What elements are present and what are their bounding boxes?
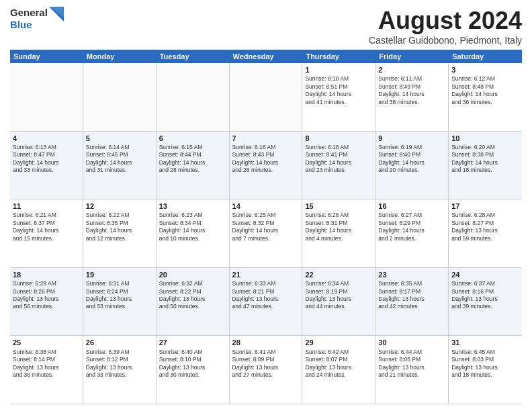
day-number-20: 20: [159, 270, 226, 279]
day-info-30: Sunrise: 6:44 AM Sunset: 8:05 PM Dayligh…: [378, 349, 445, 379]
day-number-21: 21: [232, 270, 300, 279]
day-info-12: Sunrise: 6:22 AM Sunset: 8:35 PM Dayligh…: [86, 212, 153, 242]
day-info-5: Sunrise: 6:14 AM Sunset: 8:45 PM Dayligh…: [86, 144, 153, 175]
day-info-17: Sunrise: 6:28 AM Sunset: 8:27 PM Dayligh…: [451, 212, 519, 242]
day-cell-29: 29Sunrise: 6:42 AM Sunset: 8:07 PM Dayli…: [302, 336, 375, 404]
day-info-22: Sunrise: 6:34 AM Sunset: 8:19 PM Dayligh…: [305, 280, 372, 311]
day-info-21: Sunrise: 6:33 AM Sunset: 8:21 PM Dayligh…: [232, 280, 300, 311]
day-cell-23: 23Sunrise: 6:35 AM Sunset: 8:17 PM Dayli…: [375, 268, 449, 336]
day-cell-5: 5Sunrise: 6:14 AM Sunset: 8:45 PM Daylig…: [83, 132, 157, 199]
location-title: Castellar Guidobono, Piedmont, Italy: [369, 35, 522, 46]
day-number-24: 24: [451, 270, 519, 279]
day-info-7: Sunrise: 6:16 AM Sunset: 8:43 PM Dayligh…: [232, 144, 300, 175]
day-cell-7: 7Sunrise: 6:16 AM Sunset: 8:43 PM Daylig…: [230, 132, 303, 199]
day-number-14: 14: [232, 201, 300, 211]
day-info-26: Sunrise: 6:39 AM Sunset: 8:12 PM Dayligh…: [86, 349, 153, 379]
week-row-3: 11Sunrise: 6:21 AM Sunset: 8:37 PM Dayli…: [10, 199, 522, 268]
day-cell-26: 26Sunrise: 6:39 AM Sunset: 8:12 PM Dayli…: [83, 336, 157, 404]
day-cell-1: 1Sunrise: 6:10 AM Sunset: 8:51 PM Daylig…: [302, 63, 375, 131]
calendar-header: Sunday Monday Tuesday Wednesday Thursday…: [10, 50, 522, 63]
day-number-8: 8: [305, 134, 372, 143]
day-number-11: 11: [13, 201, 80, 211]
day-number-7: 7: [232, 134, 300, 143]
day-number-4: 4: [13, 134, 80, 143]
day-number-29: 29: [305, 338, 372, 347]
day-info-18: Sunrise: 6:29 AM Sunset: 8:26 PM Dayligh…: [13, 280, 80, 311]
day-number-10: 10: [451, 134, 519, 143]
day-info-27: Sunrise: 6:40 AM Sunset: 8:10 PM Dayligh…: [159, 349, 226, 379]
day-cell-25: 25Sunrise: 6:38 AM Sunset: 8:14 PM Dayli…: [10, 336, 83, 404]
day-number-2: 2: [378, 65, 445, 75]
header-tuesday: Tuesday: [157, 50, 230, 63]
day-info-28: Sunrise: 6:41 AM Sunset: 8:09 PM Dayligh…: [232, 349, 300, 379]
day-cell-9: 9Sunrise: 6:19 AM Sunset: 8:40 PM Daylig…: [375, 132, 449, 199]
day-info-3: Sunrise: 6:12 AM Sunset: 8:48 PM Dayligh…: [451, 75, 519, 106]
day-info-9: Sunrise: 6:19 AM Sunset: 8:40 PM Dayligh…: [378, 144, 445, 175]
day-info-15: Sunrise: 6:26 AM Sunset: 8:31 PM Dayligh…: [305, 212, 372, 242]
day-cell-17: 17Sunrise: 6:28 AM Sunset: 8:27 PM Dayli…: [449, 199, 522, 267]
day-cell-3: 3Sunrise: 6:12 AM Sunset: 8:48 PM Daylig…: [449, 63, 522, 131]
day-info-11: Sunrise: 6:21 AM Sunset: 8:37 PM Dayligh…: [13, 212, 80, 242]
day-cell-31: 31Sunrise: 6:45 AM Sunset: 8:03 PM Dayli…: [449, 336, 522, 404]
day-number-15: 15: [305, 201, 372, 211]
empty-cell: [157, 63, 230, 131]
header-sunday: Sunday: [10, 50, 83, 63]
day-cell-24: 24Sunrise: 6:37 AM Sunset: 8:16 PM Dayli…: [449, 268, 522, 336]
week-row-2: 4Sunrise: 6:13 AM Sunset: 8:47 PM Daylig…: [10, 132, 522, 200]
calendar-body: 1Sunrise: 6:10 AM Sunset: 8:51 PM Daylig…: [10, 63, 522, 404]
day-info-29: Sunrise: 6:42 AM Sunset: 8:07 PM Dayligh…: [305, 349, 372, 379]
empty-cell: [230, 63, 303, 131]
day-info-31: Sunrise: 6:45 AM Sunset: 8:03 PM Dayligh…: [451, 349, 519, 379]
day-number-9: 9: [378, 134, 445, 143]
day-info-1: Sunrise: 6:10 AM Sunset: 8:51 PM Dayligh…: [305, 75, 372, 106]
day-cell-28: 28Sunrise: 6:41 AM Sunset: 8:09 PM Dayli…: [230, 336, 303, 404]
day-cell-18: 18Sunrise: 6:29 AM Sunset: 8:26 PM Dayli…: [10, 268, 83, 336]
day-info-24: Sunrise: 6:37 AM Sunset: 8:16 PM Dayligh…: [451, 280, 519, 311]
day-cell-22: 22Sunrise: 6:34 AM Sunset: 8:19 PM Dayli…: [302, 268, 375, 336]
day-number-13: 13: [159, 201, 226, 211]
day-cell-11: 11Sunrise: 6:21 AM Sunset: 8:37 PM Dayli…: [10, 199, 83, 267]
header-monday: Monday: [83, 50, 157, 63]
day-cell-14: 14Sunrise: 6:25 AM Sunset: 8:32 PM Dayli…: [230, 199, 303, 267]
day-info-14: Sunrise: 6:25 AM Sunset: 8:32 PM Dayligh…: [232, 212, 300, 242]
day-number-27: 27: [159, 338, 226, 347]
day-cell-20: 20Sunrise: 6:32 AM Sunset: 8:22 PM Dayli…: [157, 268, 230, 336]
day-cell-13: 13Sunrise: 6:23 AM Sunset: 8:34 PM Dayli…: [157, 199, 230, 267]
day-cell-2: 2Sunrise: 6:11 AM Sunset: 8:49 PM Daylig…: [375, 63, 449, 131]
header-wednesday: Wednesday: [230, 50, 303, 63]
day-number-1: 1: [305, 65, 372, 75]
day-number-28: 28: [232, 338, 300, 347]
day-number-6: 6: [159, 134, 226, 143]
day-number-19: 19: [86, 270, 153, 279]
header-thursday: Thursday: [302, 50, 375, 63]
calendar: Sunday Monday Tuesday Wednesday Thursday…: [10, 50, 522, 404]
day-info-20: Sunrise: 6:32 AM Sunset: 8:22 PM Dayligh…: [159, 280, 226, 311]
empty-cell: [10, 63, 83, 131]
day-number-16: 16: [378, 201, 445, 211]
header-saturday: Saturday: [449, 50, 522, 63]
day-cell-4: 4Sunrise: 6:13 AM Sunset: 8:47 PM Daylig…: [10, 132, 83, 199]
day-number-25: 25: [13, 338, 80, 347]
logo: General Blue: [10, 7, 64, 30]
header: General Blue August 2024 Castellar Guido…: [10, 7, 522, 46]
day-info-8: Sunrise: 6:18 AM Sunset: 8:41 PM Dayligh…: [305, 144, 372, 175]
month-title: August 2024: [369, 7, 522, 35]
page: General Blue August 2024 Castellar Guido…: [0, 0, 532, 411]
day-number-26: 26: [86, 338, 153, 347]
day-number-23: 23: [378, 270, 445, 279]
day-info-10: Sunrise: 6:20 AM Sunset: 8:38 PM Dayligh…: [451, 144, 519, 175]
day-cell-16: 16Sunrise: 6:27 AM Sunset: 8:29 PM Dayli…: [375, 199, 449, 267]
day-cell-15: 15Sunrise: 6:26 AM Sunset: 8:31 PM Dayli…: [302, 199, 375, 267]
day-info-6: Sunrise: 6:15 AM Sunset: 8:44 PM Dayligh…: [159, 144, 226, 175]
day-info-25: Sunrise: 6:38 AM Sunset: 8:14 PM Dayligh…: [13, 349, 80, 379]
header-friday: Friday: [375, 50, 449, 63]
day-number-3: 3: [451, 65, 519, 75]
day-cell-8: 8Sunrise: 6:18 AM Sunset: 8:41 PM Daylig…: [302, 132, 375, 199]
day-cell-12: 12Sunrise: 6:22 AM Sunset: 8:35 PM Dayli…: [83, 199, 157, 267]
day-number-12: 12: [86, 201, 153, 211]
day-info-23: Sunrise: 6:35 AM Sunset: 8:17 PM Dayligh…: [378, 280, 445, 311]
day-number-22: 22: [305, 270, 372, 279]
day-info-19: Sunrise: 6:31 AM Sunset: 8:24 PM Dayligh…: [86, 280, 153, 311]
day-cell-27: 27Sunrise: 6:40 AM Sunset: 8:10 PM Dayli…: [157, 336, 230, 404]
day-cell-19: 19Sunrise: 6:31 AM Sunset: 8:24 PM Dayli…: [83, 268, 157, 336]
